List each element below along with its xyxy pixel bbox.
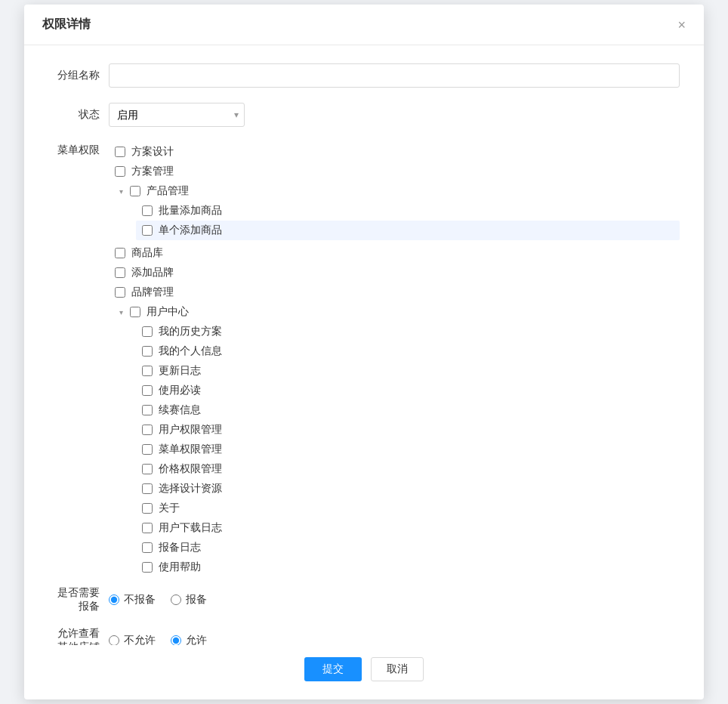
list-item: 添加品牌 [109,263,680,283]
dialog-header: 权限详情 × [24,5,704,45]
list-item: 更新日志 [136,361,680,381]
menu-item-label: 价格权限管理 [159,462,222,476]
list-item: 菜单权限管理 [136,440,680,459]
menu-items-container: 方案设计 方案管理 ▾ 产品管理 [109,142,680,580]
checkbox-brand-manage[interactable] [115,287,125,298]
menu-item-label: 选择设计资源 [159,482,222,496]
list-item: 关于 [136,499,680,518]
menu-item-label: 使用帮助 [159,560,201,574]
radio-allow[interactable] [171,635,181,645]
menu-item-label: 用户权限管理 [159,423,222,437]
menu-permission-label: 菜单权限 [48,142,109,157]
checkbox-renew-info[interactable] [142,405,153,415]
checkbox-plan-design[interactable] [115,147,125,157]
radio-option-allow[interactable]: 允许 [171,634,207,645]
allow-label: 允许 [186,634,207,645]
menu-item-label: 添加品牌 [131,266,174,279]
need-report-label: 是否需要报备 [48,586,109,613]
list-item: 方案设计 [109,142,680,162]
list-item: 续赛信息 [136,400,680,420]
cancel-button[interactable]: 取消 [371,657,424,681]
menu-item-label: 方案设计 [131,145,174,159]
status-select[interactable]: 启用 禁用 [109,103,245,127]
list-item: 商品库 [109,243,680,263]
checkbox-user-perm[interactable] [142,425,153,435]
checkbox-must-read[interactable] [142,385,153,396]
close-button[interactable]: × [677,18,686,32]
menu-group-header: ▾ 用户中心 [109,302,680,322]
list-item: 用户下载日志 [136,518,680,538]
checkbox-single-add[interactable] [142,225,153,236]
menu-group-header: ▾ 产品管理 [109,181,680,201]
group-label: 用户中心 [147,305,189,319]
menu-group-product: ▾ 产品管理 批量添加商品 单个添加商品 [109,181,680,240]
menu-item-label: 单个添加商品 [159,224,222,237]
radio-report[interactable] [171,594,181,605]
dialog-body: 分组名称 状态 启用 禁用 ▾ 菜单权限 方案设计 [24,45,704,645]
checkbox-choose-resource[interactable] [142,483,153,494]
checkbox-about[interactable] [142,503,153,514]
need-report-options: 不报备 报备 [109,593,207,607]
menu-permission-row: 菜单权限 方案设计 方案管理 ▾ 产品管理 [48,142,680,580]
list-item: 价格权限管理 [136,459,680,479]
submit-button[interactable]: 提交 [304,657,362,681]
checkbox-report-log[interactable] [142,542,153,553]
group-name-input[interactable] [109,63,680,88]
dialog-title: 权限详情 [42,17,91,32]
allow-view-label: 允许查看其他店铺 [48,627,109,645]
allow-view-options: 不允许 允许 [109,634,207,645]
checkbox-user-download[interactable] [142,523,153,533]
checkbox-my-info[interactable] [142,346,153,357]
menu-item-label: 用户下载日志 [159,521,222,535]
menu-item-label: 菜单权限管理 [159,443,222,456]
list-item: 批量添加商品 [136,201,680,221]
checkbox-product-manage[interactable] [130,186,140,196]
menu-item-label: 批量添加商品 [159,204,222,218]
checkbox-product-lib[interactable] [115,248,125,258]
menu-item-label: 关于 [159,502,180,515]
list-item: 品牌管理 [109,283,680,302]
list-item: 单个添加商品 [136,221,680,240]
chevron-down-icon[interactable]: ▾ [115,306,127,318]
status-row: 状态 启用 禁用 ▾ [48,103,680,127]
list-item: 使用帮助 [136,557,680,577]
checkbox-menu-perm[interactable] [142,444,153,455]
status-select-wrapper: 启用 禁用 ▾ [109,103,245,127]
menu-item-label: 我的个人信息 [159,344,222,358]
allow-view-row: 允许查看其他店铺 不允许 允许 [48,627,680,645]
radio-option-no-report[interactable]: 不报备 [109,593,156,607]
checkbox-batch-add[interactable] [142,205,153,216]
radio-option-report[interactable]: 报备 [171,593,207,607]
list-item: 我的历史方案 [136,322,680,341]
checkbox-plan-manage[interactable] [115,166,125,177]
menu-item-label: 续赛信息 [159,403,201,417]
group-children: 我的历史方案 我的个人信息 更新日志 使用必读 [109,322,680,577]
list-item: 报备日志 [136,538,680,557]
group-name-label: 分组名称 [48,69,109,82]
group-label: 产品管理 [147,184,189,198]
checkbox-update-log[interactable] [142,366,153,376]
menu-item-label: 使用必读 [159,384,201,397]
chevron-down-icon[interactable]: ▾ [115,185,127,197]
menu-item-label: 品牌管理 [131,286,174,299]
need-report-row: 是否需要报备 不报备 报备 [48,586,680,613]
checkbox-use-help[interactable] [142,562,153,573]
radio-option-not-allow[interactable]: 不允许 [109,634,156,645]
list-item: 选择设计资源 [136,479,680,499]
list-item: 用户权限管理 [136,420,680,440]
status-label: 状态 [48,108,109,122]
no-report-label: 不报备 [124,593,156,607]
radio-not-allow[interactable] [109,635,119,645]
list-item: 使用必读 [136,381,680,400]
checkbox-price-perm[interactable] [142,464,153,474]
checkbox-my-history[interactable] [142,326,153,337]
checkbox-add-brand[interactable] [115,267,125,278]
group-name-row: 分组名称 [48,63,680,88]
report-label: 报备 [186,593,207,607]
dialog-footer: 提交 取消 [24,645,704,699]
list-item: 我的个人信息 [136,341,680,361]
list-item: 方案管理 [109,162,680,181]
menu-item-label: 方案管理 [131,165,174,178]
checkbox-user-center[interactable] [130,307,140,317]
radio-no-report[interactable] [109,594,119,605]
